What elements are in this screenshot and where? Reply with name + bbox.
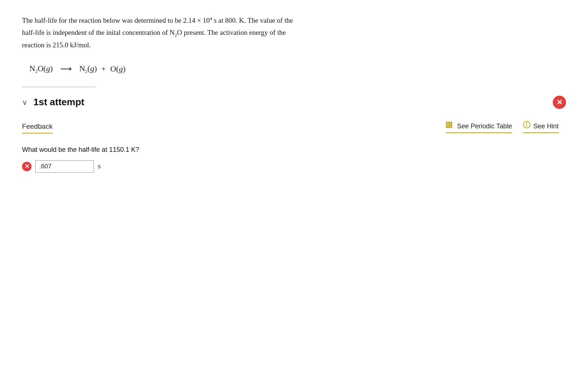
svg-rect-2	[450, 122, 452, 124]
plus-sign: +	[101, 62, 106, 75]
svg-rect-6	[446, 126, 448, 128]
attempt-right: ✕	[553, 96, 566, 109]
problem-description-4: reaction is 215.0 kJ/mol.	[22, 41, 91, 49]
periodic-table-label: See Periodic Table	[457, 121, 512, 132]
svg-rect-3	[446, 124, 448, 126]
n2-sub: 2	[175, 32, 177, 37]
hint-link[interactable]: See Hint	[523, 121, 559, 133]
problem-text: The half-life for the reaction below was…	[22, 15, 566, 51]
unit-label: s	[98, 161, 101, 171]
svg-point-10	[526, 123, 527, 124]
product1-formula: N2(g)	[79, 62, 97, 76]
product2-formula: O(g)	[110, 62, 126, 75]
svg-rect-11	[526, 124, 527, 127]
attempt-title: 1st attempt	[33, 95, 84, 110]
svg-rect-1	[448, 122, 450, 124]
section-divider	[22, 87, 95, 87]
attempt-title-group: ∨ 1st attempt	[22, 95, 84, 110]
status-x-mark: ✕	[556, 96, 563, 108]
hint-svg	[523, 121, 530, 128]
feedback-tools-row: Feedback	[22, 121, 566, 133]
error-x-mark: ✕	[25, 162, 29, 171]
page-container: The half-life for the reaction below was…	[0, 0, 588, 187]
answer-input[interactable]	[35, 160, 94, 173]
collapse-chevron-icon[interactable]: ∨	[22, 96, 28, 108]
hint-icon	[523, 121, 530, 132]
question-text: What would be the half-life at 1150.1 K?	[22, 144, 566, 155]
attempt-header: ∨ 1st attempt ✕	[22, 95, 566, 110]
problem-description-1: The half-life for the reaction below was…	[22, 17, 210, 24]
periodic-table-link[interactable]: See Periodic Table	[446, 121, 512, 133]
feedback-link[interactable]: Feedback	[22, 121, 52, 133]
svg-rect-7	[448, 126, 450, 128]
reaction-arrow: ⟶	[60, 62, 72, 75]
reactant-formula: N2O(g)	[29, 62, 53, 76]
periodic-table-icon	[446, 121, 454, 132]
reaction-formula: N2O(g) ⟶ N2(g) + O(g)	[29, 62, 566, 76]
answer-row: ✕ s	[22, 160, 566, 173]
tools-group: See Periodic Table See Hint	[446, 121, 559, 133]
svg-rect-4	[448, 124, 450, 126]
problem-description-3: half-life is independent of the inital c…	[22, 29, 286, 36]
answer-error-icon[interactable]: ✕	[22, 162, 32, 171]
periodic-table-svg	[446, 122, 454, 128]
n2-product-sub: 2	[85, 69, 88, 74]
svg-rect-8	[450, 126, 452, 128]
n2o-sub: 2	[35, 69, 38, 74]
problem-description-2: s at 800. K. The value of the	[212, 17, 293, 24]
attempt-section: ∨ 1st attempt ✕ Feedback	[22, 95, 566, 173]
svg-rect-0	[446, 122, 448, 124]
svg-rect-5	[450, 124, 452, 126]
reaction-container: N2O(g) ⟶ N2(g) + O(g)	[29, 62, 566, 76]
hint-label: See Hint	[533, 121, 559, 132]
attempt-status-icon[interactable]: ✕	[553, 96, 566, 109]
